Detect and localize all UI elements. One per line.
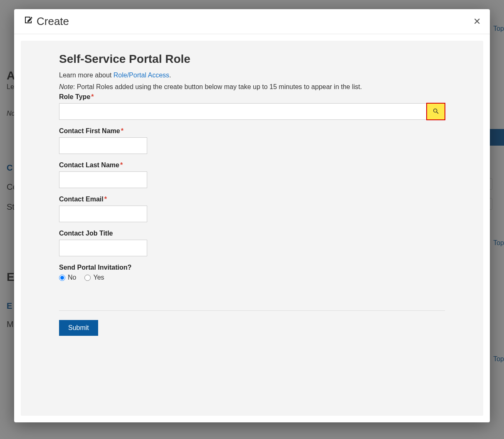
svg-point-0 — [434, 109, 437, 112]
search-icon — [432, 108, 439, 116]
radio-yes[interactable] — [84, 275, 91, 281]
create-modal: Create ✕ Self-Service Portal Role Learn … — [14, 9, 490, 422]
note-text: Note: Portal Roles added using the creat… — [59, 83, 445, 91]
label-text: Contact First Name — [59, 127, 120, 134]
job-title-input[interactable] — [59, 240, 147, 256]
svg-line-1 — [437, 112, 438, 114]
label-text: Contact Email — [59, 196, 104, 203]
label-email: Contact Email* — [59, 196, 445, 203]
radio-yes-label: Yes — [93, 274, 104, 281]
required-asterisk: * — [91, 93, 94, 100]
radio-option-yes[interactable]: Yes — [84, 274, 104, 281]
intro-prefix: Learn more about — [59, 72, 114, 79]
field-last-name: Contact Last Name* — [59, 161, 445, 188]
form-card: Self-Service Portal Role Learn more abou… — [21, 41, 483, 416]
last-name-input[interactable] — [59, 171, 147, 188]
role-type-search-button[interactable] — [427, 103, 445, 120]
radio-option-no[interactable]: No — [59, 274, 76, 281]
radio-no-label: No — [68, 274, 76, 281]
radio-no[interactable] — [59, 275, 65, 281]
close-icon: ✕ — [473, 16, 481, 27]
required-asterisk: * — [104, 196, 107, 203]
email-input[interactable] — [59, 206, 147, 222]
modal-title-text: Create — [37, 15, 69, 28]
form-divider — [59, 310, 445, 311]
form-heading: Self-Service Portal Role — [59, 52, 445, 66]
field-invitation: Send Portal Invitation? No Yes — [59, 264, 445, 281]
field-role-type: Role Type* — [59, 93, 445, 120]
edit-icon — [23, 15, 33, 28]
label-text: Contact Job Title — [59, 230, 113, 237]
label-text: Contact Last Name — [59, 161, 119, 169]
role-portal-access-link[interactable]: Role/Portal Access — [114, 72, 169, 79]
label-invitation: Send Portal Invitation? — [59, 264, 445, 271]
modal-body: Self-Service Portal Role Learn more abou… — [14, 34, 490, 422]
note-label: Note — [59, 83, 73, 90]
field-email: Contact Email* — [59, 196, 445, 222]
modal-title: Create — [23, 15, 69, 28]
field-job-title: Contact Job Title — [59, 230, 445, 256]
required-asterisk: * — [121, 127, 124, 134]
label-first-name: Contact First Name* — [59, 127, 445, 135]
label-text: Role Type — [59, 93, 90, 100]
note-body: : Portal Roles added using the create bu… — [73, 83, 362, 90]
field-first-name: Contact First Name* — [59, 127, 445, 154]
label-last-name: Contact Last Name* — [59, 161, 445, 169]
label-job-title: Contact Job Title — [59, 230, 445, 237]
intro-suffix: . — [169, 72, 171, 79]
modal-header: Create ✕ — [14, 9, 490, 34]
intro-text: Learn more about Role/Portal Access. — [59, 72, 445, 79]
first-name-input[interactable] — [59, 137, 147, 154]
submit-button[interactable]: Submit — [59, 320, 98, 336]
close-button[interactable]: ✕ — [473, 16, 481, 27]
required-asterisk: * — [120, 161, 123, 169]
role-type-input[interactable] — [59, 103, 427, 120]
label-role-type: Role Type* — [59, 93, 445, 101]
